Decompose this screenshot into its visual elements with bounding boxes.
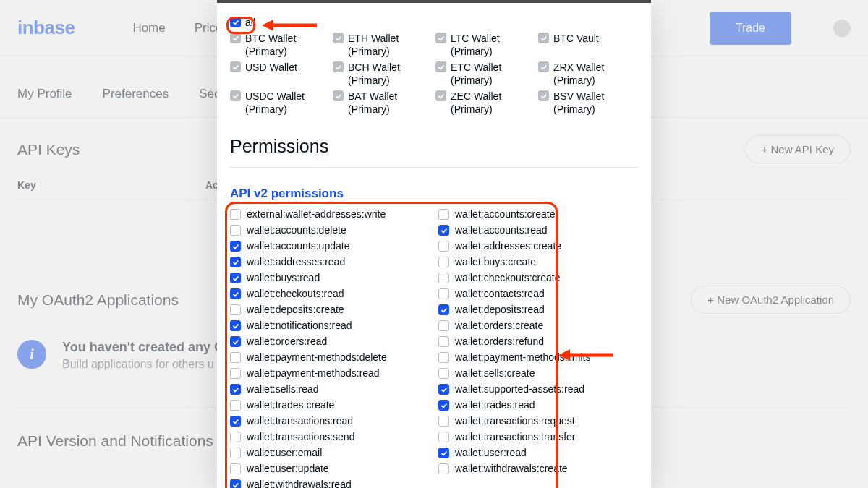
account-item[interactable]: ETC Wallet (Primary) bbox=[435, 61, 535, 87]
checkbox[interactable] bbox=[333, 90, 344, 101]
account-item[interactable]: BCH Wallet (Primary) bbox=[333, 61, 433, 87]
permission-item[interactable]: wallet:payment-methods:read bbox=[230, 367, 430, 379]
checkbox[interactable] bbox=[538, 33, 549, 43]
checkbox[interactable] bbox=[438, 384, 449, 395]
checkbox[interactable] bbox=[230, 33, 241, 43]
checkbox[interactable] bbox=[230, 273, 241, 283]
checkbox[interactable] bbox=[333, 33, 344, 43]
permission-item[interactable]: wallet:orders:create bbox=[438, 320, 638, 331]
checkbox[interactable] bbox=[435, 61, 446, 72]
checkbox[interactable] bbox=[333, 61, 344, 72]
permission-item[interactable]: wallet:contacts:read bbox=[438, 288, 638, 299]
new-api-key-button[interactable]: + New API Key bbox=[745, 135, 851, 163]
checkbox[interactable] bbox=[230, 432, 241, 442]
permission-item[interactable]: wallet:transactions:read bbox=[230, 415, 430, 427]
checkbox[interactable] bbox=[230, 61, 241, 72]
permission-item[interactable]: wallet:buys:create bbox=[438, 256, 638, 267]
checkbox[interactable] bbox=[438, 448, 449, 458]
checkbox[interactable] bbox=[230, 209, 241, 220]
checkbox[interactable] bbox=[230, 257, 241, 267]
permission-item[interactable]: wallet:sells:create bbox=[438, 367, 638, 379]
permission-item[interactable]: wallet:accounts:update bbox=[230, 240, 430, 252]
permission-item[interactable]: wallet:transactions:transfer bbox=[438, 431, 638, 442]
checkbox[interactable] bbox=[230, 225, 241, 236]
checkbox[interactable] bbox=[438, 288, 449, 299]
account-item[interactable]: ETH Wallet (Primary) bbox=[333, 32, 433, 58]
permission-item[interactable]: wallet:sells:read bbox=[230, 383, 430, 395]
account-item[interactable]: USD Wallet bbox=[230, 61, 330, 87]
permission-item[interactable]: wallet:orders:read bbox=[230, 335, 430, 347]
checkbox[interactable] bbox=[438, 368, 449, 379]
permission-item[interactable]: wallet:deposits:read bbox=[438, 304, 638, 315]
checkbox[interactable] bbox=[438, 241, 449, 252]
checkbox[interactable] bbox=[230, 463, 241, 474]
checkbox[interactable] bbox=[230, 336, 241, 347]
permission-item[interactable]: wallet:deposits:create bbox=[230, 304, 430, 315]
checkbox[interactable] bbox=[230, 17, 241, 27]
account-item[interactable]: BTC Vault bbox=[538, 32, 638, 58]
checkbox[interactable] bbox=[438, 225, 449, 236]
checkbox[interactable] bbox=[438, 304, 449, 315]
tab-my-profile[interactable]: My Profile bbox=[17, 78, 72, 117]
permission-item[interactable]: wallet:trades:read bbox=[438, 399, 638, 411]
checkbox[interactable] bbox=[230, 90, 241, 101]
permission-item[interactable]: wallet:trades:create bbox=[230, 399, 430, 411]
permission-item[interactable]: wallet:withdrawals:read bbox=[230, 479, 430, 488]
checkbox[interactable] bbox=[435, 90, 446, 101]
permission-item[interactable]: wallet:transactions:request bbox=[438, 415, 638, 427]
account-item[interactable]: BSV Wallet (Primary) bbox=[538, 90, 638, 116]
permission-item[interactable]: wallet:notifications:read bbox=[230, 320, 430, 331]
account-item[interactable]: LTC Wallet (Primary) bbox=[435, 32, 535, 58]
permission-item[interactable]: wallet:orders:refund bbox=[438, 335, 638, 347]
permission-item[interactable]: wallet:checkouts:create bbox=[438, 272, 638, 283]
checkbox[interactable] bbox=[230, 368, 241, 379]
permission-item[interactable]: wallet:transactions:send bbox=[230, 431, 430, 442]
account-item[interactable]: BAT Wallet (Primary) bbox=[333, 90, 433, 116]
checkbox[interactable] bbox=[438, 336, 449, 347]
checkbox[interactable] bbox=[230, 479, 241, 488]
checkbox[interactable] bbox=[438, 273, 449, 283]
trade-button[interactable]: Trade bbox=[710, 12, 791, 45]
checkbox[interactable] bbox=[230, 384, 241, 395]
checkbox[interactable] bbox=[438, 320, 449, 331]
checkbox[interactable] bbox=[538, 90, 549, 101]
avatar[interactable] bbox=[833, 20, 851, 37]
checkbox[interactable] bbox=[230, 352, 241, 363]
account-item[interactable]: BTC Wallet (Primary) bbox=[230, 32, 330, 58]
checkbox[interactable] bbox=[438, 352, 449, 363]
checkbox[interactable] bbox=[230, 304, 241, 315]
permission-item[interactable]: wallet:supported-assets:read bbox=[438, 383, 638, 395]
permission-item[interactable]: external:wallet-addresses:write bbox=[230, 208, 430, 220]
checkbox[interactable] bbox=[438, 257, 449, 267]
permission-item[interactable]: wallet:addresses:read bbox=[230, 256, 430, 267]
checkbox[interactable] bbox=[438, 400, 449, 411]
permission-item[interactable]: wallet:user:read bbox=[438, 447, 638, 458]
new-oauth-app-button[interactable]: + New OAuth2 Application bbox=[691, 286, 851, 314]
permission-item[interactable]: wallet:payment-methods:delete bbox=[230, 351, 430, 363]
permission-item[interactable]: wallet:checkouts:read bbox=[230, 288, 430, 299]
checkbox[interactable] bbox=[230, 241, 241, 252]
permission-item[interactable]: wallet:accounts:create bbox=[438, 208, 638, 220]
checkbox[interactable] bbox=[230, 400, 241, 411]
nav-home[interactable]: Home bbox=[132, 21, 165, 35]
account-item[interactable]: USDC Wallet (Primary) bbox=[230, 90, 330, 116]
checkbox[interactable] bbox=[230, 288, 241, 299]
permission-item[interactable]: wallet:addresses:create bbox=[438, 240, 638, 252]
permission-item[interactable]: wallet:accounts:read bbox=[438, 224, 638, 236]
checkbox[interactable] bbox=[438, 463, 449, 474]
permission-item[interactable]: wallet:accounts:delete bbox=[230, 224, 430, 236]
checkbox[interactable] bbox=[230, 448, 241, 458]
checkbox[interactable] bbox=[538, 61, 549, 72]
checkbox[interactable] bbox=[435, 33, 446, 43]
account-item[interactable]: ZEC Wallet (Primary) bbox=[435, 90, 535, 116]
permission-item[interactable]: wallet:withdrawals:create bbox=[438, 463, 638, 474]
tab-preferences[interactable]: Preferences bbox=[103, 78, 169, 117]
checkbox[interactable] bbox=[438, 416, 449, 427]
permission-item[interactable]: wallet:user:update bbox=[230, 463, 430, 474]
permission-item[interactable]: wallet:buys:read bbox=[230, 272, 430, 283]
permission-item[interactable]: wallet:user:email bbox=[230, 447, 430, 458]
checkbox[interactable] bbox=[438, 209, 449, 220]
checkbox[interactable] bbox=[230, 416, 241, 427]
checkbox[interactable] bbox=[230, 320, 241, 331]
checkbox[interactable] bbox=[438, 432, 449, 442]
